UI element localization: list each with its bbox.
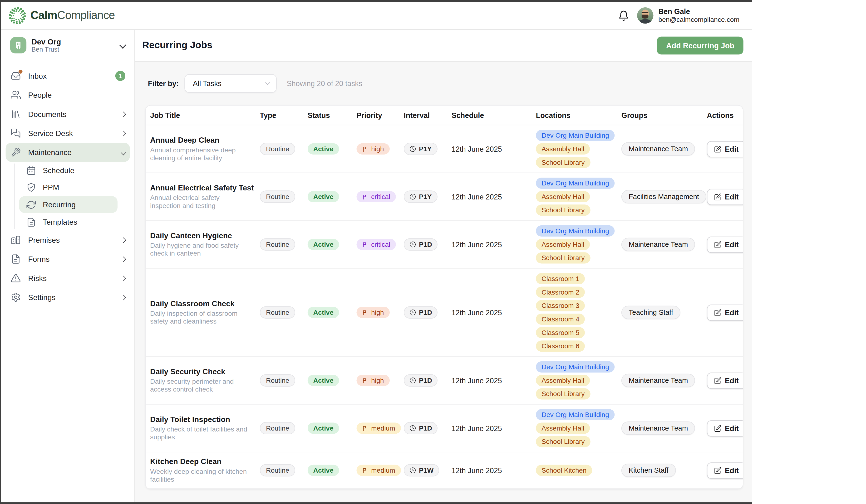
sidebar-item-documents[interactable]: Documents xyxy=(1,105,134,124)
edit-button[interactable]: Edit xyxy=(707,462,743,479)
sidebar-item-people[interactable]: People xyxy=(1,85,134,104)
edit-button[interactable]: Edit xyxy=(707,304,743,321)
priority-badge: high xyxy=(357,307,390,318)
sidebar-item-service-desk[interactable]: Service Desk xyxy=(1,124,134,142)
job-description: Weekly deep cleaning of kitchen faciliti… xyxy=(150,468,251,483)
page-header: Recurring Jobs Add Recurring Job xyxy=(135,30,752,62)
location-badge: Classroom 4 xyxy=(536,313,585,325)
sidebar-subitem-ppm[interactable]: PPM xyxy=(1,179,134,196)
job-title: Daily Toilet Inspection xyxy=(150,415,257,424)
job-description: Annual electrical safety inspection and … xyxy=(150,194,251,210)
filter-select[interactable]: All Tasks xyxy=(185,74,277,93)
location-badge: Assembly Hall xyxy=(536,191,590,202)
priority-cell: medium xyxy=(353,422,400,434)
locations-cell: Classroom 1Classroom 2Classroom 3Classro… xyxy=(530,268,617,356)
actions-cell: Edit xyxy=(702,420,743,436)
brand-logo-text: CalmCompliance xyxy=(31,9,115,22)
sidebar: Dev Org Ben Trust Inbox1PeopleDocumentsS… xyxy=(1,30,135,502)
actions-cell: Edit xyxy=(702,141,743,157)
edit-pencil-icon xyxy=(714,241,722,248)
job-cell: Kitchen Deep Clean Weekly deep cleaning … xyxy=(146,453,257,488)
topbar-right: Ben Gale ben@calmcompliance.com xyxy=(618,7,740,24)
sidebar-item-right xyxy=(122,295,126,299)
actions-cell: Edit xyxy=(702,188,743,205)
sidebar-item-forms[interactable]: Forms xyxy=(1,249,134,268)
job-title: Daily Canteen Hygiene xyxy=(150,231,257,240)
edit-button[interactable]: Edit xyxy=(707,188,743,205)
sidebar-item-label: People xyxy=(28,91,52,99)
sidebar-item-right xyxy=(122,276,126,280)
location-badge: Classroom 3 xyxy=(536,300,585,311)
edit-pencil-icon xyxy=(714,467,722,474)
sidebar-item-inbox[interactable]: Inbox1 xyxy=(1,66,134,85)
job-title: Daily Classroom Check xyxy=(150,299,257,308)
page-title: Recurring Jobs xyxy=(142,40,212,51)
filter-select-value: All Tasks xyxy=(193,79,222,88)
group-badge: Teaching Staff xyxy=(621,306,680,319)
edit-label: Edit xyxy=(725,308,739,317)
clock-icon xyxy=(409,193,416,200)
sidebar-item-premises[interactable]: Premises xyxy=(1,230,134,249)
status-badge: Active xyxy=(308,144,339,154)
add-recurring-job-button[interactable]: Add Recurring Job xyxy=(657,37,743,55)
library-icon xyxy=(11,109,21,119)
sidebar-item-label: Inbox xyxy=(28,71,47,80)
groups-cell: Maintenance Team xyxy=(617,422,702,435)
sidebar-item-maintenance[interactable]: Maintenance xyxy=(6,142,130,162)
status-cell: Active xyxy=(306,465,353,476)
sidebar-item-label: Forms xyxy=(28,255,49,263)
sidebar-subitem-schedule[interactable]: Schedule xyxy=(1,162,134,179)
calendar-icon xyxy=(26,165,36,175)
priority-cell: critical xyxy=(353,239,400,250)
column-header-locations: Locations xyxy=(530,111,617,119)
chevron-down-icon xyxy=(119,42,126,49)
org-switcher[interactable]: Dev Org Ben Trust xyxy=(1,30,134,61)
chevron-down-icon xyxy=(121,150,126,155)
interval-badge: P1D xyxy=(404,238,438,251)
user-avatar xyxy=(637,7,653,24)
location-badge: Assembly Hall xyxy=(536,239,590,250)
interval-label: P1D xyxy=(419,424,432,432)
interval-label: P1Y xyxy=(419,145,432,153)
edit-label: Edit xyxy=(725,193,739,201)
edit-pencil-icon xyxy=(714,193,722,201)
group-badge: Maintenance Team xyxy=(621,422,696,435)
job-description: Annual comprehensive deep cleaning of en… xyxy=(150,147,251,162)
interval-badge: P1D xyxy=(404,306,438,319)
group-badge: Maintenance Team xyxy=(621,142,696,156)
flag-icon xyxy=(362,309,368,316)
type-cell: Routine xyxy=(258,422,306,434)
edit-button[interactable]: Edit xyxy=(707,236,743,253)
edit-button[interactable]: Edit xyxy=(707,372,743,389)
main-area: Recurring Jobs Add Recurring Job Filter … xyxy=(135,30,752,502)
sidebar-subitem-templates[interactable]: Templates xyxy=(1,214,134,230)
sidebar-item-settings[interactable]: Settings xyxy=(1,288,134,307)
priority-badge: medium xyxy=(357,465,401,476)
chevron-right-icon xyxy=(121,130,126,136)
locations-cell: Dev Org Main BuildingAssembly HallSchool… xyxy=(530,125,617,173)
type-badge: Routine xyxy=(260,306,296,319)
locations-cell: Dev Org Main BuildingAssembly HallSchool… xyxy=(530,221,617,268)
sidebar-item-risks[interactable]: Risks xyxy=(1,268,134,288)
actions-cell: Edit xyxy=(702,372,743,389)
flag-icon xyxy=(362,146,368,152)
user-menu[interactable]: Ben Gale ben@calmcompliance.com xyxy=(637,7,740,24)
interval-badge: P1Y xyxy=(404,142,437,155)
interval-badge: P1W xyxy=(404,464,439,477)
clock-icon xyxy=(409,467,416,473)
clock-icon xyxy=(409,377,416,384)
sidebar-item-label: Maintenance xyxy=(28,148,71,157)
sidebar-item-label: Settings xyxy=(28,293,55,301)
status-cell: Active xyxy=(306,375,353,386)
sidebar-subitem-label: Recurring xyxy=(43,201,76,209)
edit-button[interactable]: Edit xyxy=(707,141,743,157)
sidebar-item-label: Risks xyxy=(28,274,47,282)
edit-button[interactable]: Edit xyxy=(707,420,743,436)
sidebar-subitem-recurring[interactable]: Recurring xyxy=(19,196,118,213)
brand-logo[interactable]: CalmCompliance xyxy=(8,6,115,25)
notifications-bell-icon[interactable] xyxy=(618,10,629,21)
location-badge: School Library xyxy=(536,157,590,168)
priority-label: high xyxy=(371,377,384,385)
edit-label: Edit xyxy=(725,466,739,474)
clock-icon xyxy=(409,309,416,316)
